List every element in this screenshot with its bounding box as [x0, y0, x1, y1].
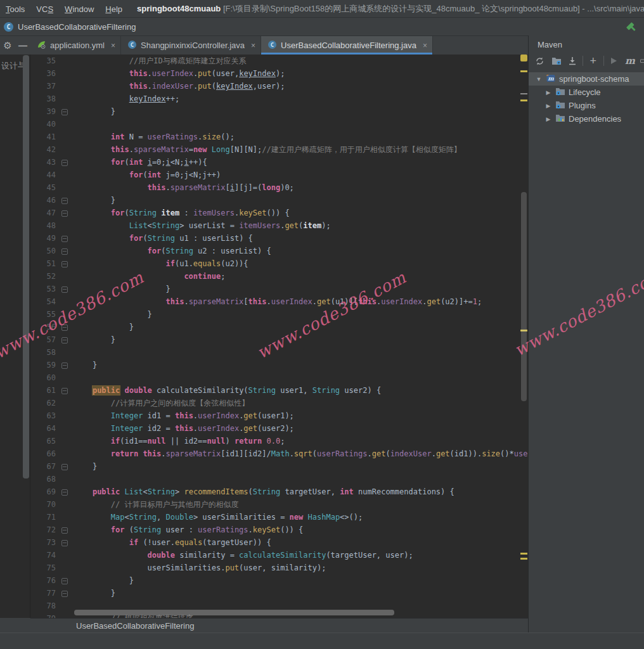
- code-line-61[interactable]: 61 public double calculateSimilarity(Str…: [30, 384, 528, 397]
- tab-application.yml[interactable]: application.yml×: [30, 36, 121, 55]
- fold-region-start-icon[interactable]: [61, 160, 68, 166]
- breadcrumb-item[interactable]: UserBasedCollaborativeFiltering: [76, 621, 194, 631]
- chevron-right-icon[interactable]: ▶: [544, 103, 552, 109]
- fold-region-start-icon[interactable]: [61, 248, 68, 255]
- menu-window[interactable]: Window: [59, 4, 100, 14]
- fold-region-start-icon[interactable]: [61, 527, 68, 534]
- maven-tree-item-springboot-schema[interactable]: ▼mspringboot-schema: [529, 72, 644, 86]
- fold-region-end-icon[interactable]: [61, 363, 68, 369]
- code-line-74[interactable]: 74 double similarity = calculateSimilari…: [30, 549, 528, 562]
- refresh-icon[interactable]: [534, 54, 546, 68]
- code-line-44[interactable]: 44 for(int j=0;j<N;j++): [30, 169, 528, 181]
- maven-tree-item-dependencies[interactable]: ▶Dependencies: [529, 112, 644, 125]
- close-tab-icon[interactable]: ×: [423, 41, 427, 50]
- code-line-39[interactable]: 39 }: [30, 105, 528, 118]
- horizontal-scrollbar[interactable]: [74, 610, 394, 615]
- code-line-48[interactable]: 48 List<String> userList = itemUsers.get…: [30, 219, 528, 232]
- warning-stripe-mark[interactable]: [520, 553, 527, 555]
- code-line-35[interactable]: 35 //用户ID与稀疏矩阵建立对应关系: [30, 55, 528, 67]
- code-line-73[interactable]: 73 if (!user.equals(targetUser)) {: [30, 536, 528, 549]
- vertical-scrollbar[interactable]: [521, 192, 527, 401]
- code-line-58[interactable]: 58: [30, 346, 528, 359]
- code-editor[interactable]: 35 //用户ID与稀疏矩阵建立对应关系36 this.userIndex.pu…: [30, 55, 528, 618]
- fold-region-start-icon[interactable]: [61, 261, 68, 267]
- close-tab-icon[interactable]: ×: [251, 41, 255, 50]
- add-maven-project-icon[interactable]: +: [587, 54, 600, 68]
- code-line-60[interactable]: 60: [30, 371, 528, 384]
- code-line-37[interactable]: 37 this.indexUser.put(keyIndex,user);: [30, 80, 528, 93]
- fold-region-end-icon[interactable]: [61, 578, 68, 584]
- fold-region-end-icon[interactable]: [61, 324, 68, 331]
- fold-region-end-icon[interactable]: [61, 464, 68, 470]
- menu-tools[interactable]: Tools: [0, 4, 30, 14]
- code-line-77[interactable]: 77 }: [30, 587, 528, 600]
- build-hammer-icon[interactable]: [624, 20, 638, 34]
- execute-maven-goal-icon[interactable]: m: [624, 54, 636, 68]
- menu-help[interactable]: Help: [100, 4, 128, 14]
- code-line-41[interactable]: 41 int N = userRatings.size();: [30, 131, 528, 143]
- code-line-49[interactable]: 49 for(String u1 : userList) {: [30, 232, 528, 245]
- code-line-40[interactable]: 40: [30, 118, 528, 131]
- warning-stripe-mark[interactable]: [520, 558, 527, 560]
- code-line-69[interactable]: 69 public List<String> recommendItems(St…: [30, 485, 528, 498]
- fold-region-start-icon[interactable]: [61, 210, 68, 217]
- info-stripe-mark[interactable]: [520, 93, 527, 94]
- project-panel-scrollbar[interactable]: [23, 55, 29, 479]
- download-sources-icon[interactable]: [566, 54, 579, 68]
- chevron-down-icon[interactable]: ▼: [535, 76, 543, 82]
- code-line-47[interactable]: 47 for(String item : itemUsers.keySet())…: [30, 207, 528, 219]
- clipped-toolbar-icon[interactable]: [640, 54, 644, 68]
- maven-tree-item-plugins[interactable]: ▶Plugins: [529, 99, 644, 112]
- code-line-52[interactable]: 52 continue;: [30, 270, 528, 283]
- warning-stripe-mark[interactable]: [520, 100, 527, 101]
- code-line-66[interactable]: 66 return this.sparseMatrix[id1][id2]/Ma…: [30, 447, 528, 460]
- code-line-46[interactable]: 46 }: [30, 194, 528, 207]
- code-line-64[interactable]: 64 Integer id2 = this.userIndex.get(user…: [30, 422, 528, 435]
- maven-tree-item-lifecycle[interactable]: ▶Lifecycle: [529, 86, 644, 99]
- maven-settings-folder-icon[interactable]: [550, 54, 563, 68]
- code-line-43[interactable]: 43 for(int i=0;i<N;i++){: [30, 156, 528, 169]
- tab-UserBasedCollaborativeFiltering.java[interactable]: CUserBasedCollaborativeFiltering.java×: [261, 36, 433, 55]
- chevron-right-icon[interactable]: ▶: [544, 116, 552, 122]
- run-config-selector[interactable]: UserBasedCollaborativeFiltering: [18, 22, 136, 32]
- code-line-76[interactable]: 76 }: [30, 574, 528, 587]
- code-line-75[interactable]: 75 userSimilarities.put(user, similarity…: [30, 562, 528, 574]
- code-line-67[interactable]: 67 }: [30, 460, 528, 473]
- code-line-53[interactable]: 53 }: [30, 283, 528, 295]
- code-line-59[interactable]: 59 }: [30, 359, 528, 371]
- fold-region-end-icon[interactable]: [61, 109, 68, 115]
- fold-region-start-icon[interactable]: [61, 489, 68, 496]
- fold-region-start-icon[interactable]: [61, 388, 68, 394]
- tab-options-gear-icon[interactable]: ⚙: [0, 36, 15, 55]
- code-line-57[interactable]: 57 }: [30, 333, 528, 346]
- code-line-45[interactable]: 45 this.sparseMatrix[i][j]=(long)0;: [30, 181, 528, 194]
- code-line-70[interactable]: 70 // 计算目标用户与其他用户的相似度: [30, 498, 528, 511]
- fold-region-start-icon[interactable]: [61, 236, 68, 242]
- code-line-62[interactable]: 62 //计算用户之间的相似度【余弦相似性】: [30, 397, 528, 409]
- code-line-51[interactable]: 51 if(u1.equals(u2)){: [30, 257, 528, 270]
- fold-region-end-icon[interactable]: [61, 337, 68, 344]
- fold-region-start-icon[interactable]: [61, 540, 68, 546]
- code-line-38[interactable]: 38 keyIndex++;: [30, 93, 528, 105]
- analyzer-status-square[interactable]: [520, 55, 527, 61]
- code-line-54[interactable]: 54 this.sparseMatrix[this.userIndex.get(…: [30, 295, 528, 308]
- code-line-71[interactable]: 71 Map<String, Double> userSimilarities …: [30, 511, 528, 524]
- fold-region-end-icon[interactable]: [61, 286, 68, 293]
- code-line-50[interactable]: 50 for(String u2 : userList) {: [30, 245, 528, 257]
- chevron-right-icon[interactable]: ▶: [544, 89, 552, 96]
- menu-vcs[interactable]: VCS: [30, 4, 59, 14]
- fold-region-end-icon[interactable]: [61, 591, 68, 597]
- code-line-56[interactable]: 56 }: [30, 321, 528, 333]
- warning-stripe-mark[interactable]: [520, 70, 527, 72]
- code-line-72[interactable]: 72 for (String user : userRatings.keySet…: [30, 524, 528, 536]
- code-line-42[interactable]: 42 this.sparseMatrix=new Long[N][N];//建立…: [30, 143, 528, 156]
- code-line-55[interactable]: 55 }: [30, 308, 528, 321]
- run-maven-goal-icon[interactable]: [607, 54, 620, 68]
- code-line-68[interactable]: 68: [30, 473, 528, 485]
- close-tab-icon[interactable]: ×: [111, 41, 115, 50]
- code-line-63[interactable]: 63 Integer id1 = this.userIndex.get(user…: [30, 409, 528, 422]
- code-line-36[interactable]: 36 this.userIndex.put(user,keyIndex);: [30, 67, 528, 80]
- fold-region-end-icon[interactable]: [61, 198, 68, 204]
- hide-panel-icon[interactable]: —: [15, 36, 30, 55]
- code-line-65[interactable]: 65 if(id1==null || id2==null) return 0.0…: [30, 435, 528, 447]
